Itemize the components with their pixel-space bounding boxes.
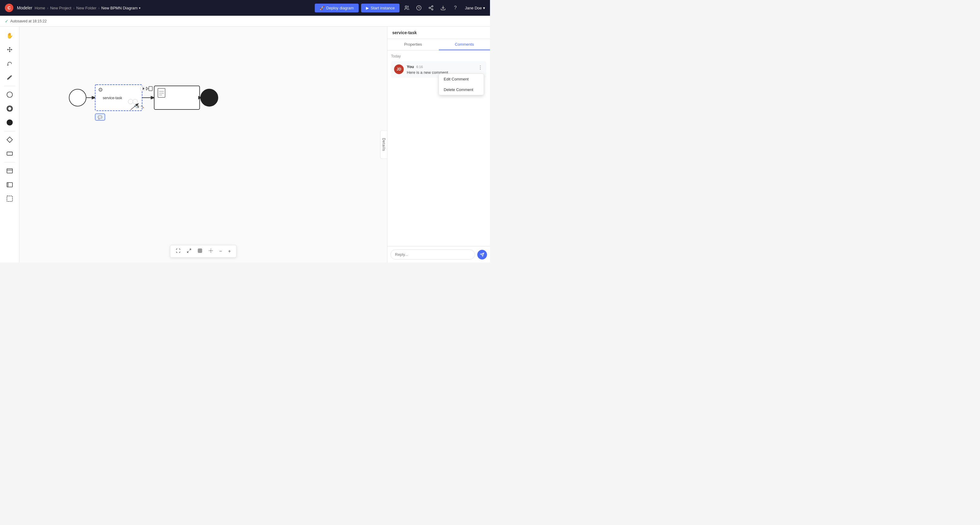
nav-actions: 🚀 Deploy diagram ▶ Start instance ? Jane… bbox=[315, 3, 485, 13]
comment-avatar: JD bbox=[394, 64, 404, 74]
comment-body: You 6:16 Here is a new comment. bbox=[407, 64, 483, 75]
svg-point-48 bbox=[210, 251, 211, 251]
svg-point-12 bbox=[7, 120, 12, 125]
canvas-area[interactable]: ⚙ service-task 🔧 🗑 🔨 bbox=[19, 27, 387, 262]
collaborators-button[interactable] bbox=[402, 3, 412, 13]
svg-marker-27 bbox=[146, 87, 148, 90]
rocket-icon: 🚀 bbox=[320, 6, 325, 10]
svg-point-2 bbox=[432, 6, 433, 7]
svg-rect-15 bbox=[7, 169, 12, 173]
breadcrumb-sep-3: › bbox=[99, 6, 100, 10]
reply-area bbox=[387, 246, 490, 262]
breadcrumb-sep-2: › bbox=[73, 6, 75, 10]
start-event-button[interactable] bbox=[3, 88, 16, 101]
svg-point-9 bbox=[7, 92, 12, 97]
panel-content: Today JD You 6:16 Here is a new comment.… bbox=[387, 51, 490, 246]
zoom-out-button[interactable]: − bbox=[217, 247, 224, 255]
pool-button[interactable] bbox=[3, 178, 16, 192]
svg-point-29 bbox=[128, 99, 133, 104]
minimap-button[interactable] bbox=[195, 247, 205, 255]
main-layout: ✋ bbox=[0, 27, 490, 262]
gateway-button[interactable] bbox=[3, 133, 16, 146]
move-tool-button[interactable] bbox=[3, 43, 16, 56]
breadcrumb-home[interactable]: Home bbox=[35, 6, 45, 10]
comment-context-menu: Edit Comment Delete Comment bbox=[439, 73, 484, 95]
reply-send-button[interactable] bbox=[477, 250, 487, 260]
fullscreen-button[interactable] bbox=[184, 247, 194, 255]
fit-diagram-button[interactable] bbox=[173, 247, 183, 255]
right-panel: service-task Properties Comments Today J… bbox=[387, 27, 490, 262]
svg-text:⚙: ⚙ bbox=[98, 87, 103, 93]
reset-view-button[interactable] bbox=[206, 247, 215, 255]
delete-comment-button[interactable]: Delete Comment bbox=[439, 84, 484, 95]
comment-menu-button[interactable]: ⋮ bbox=[477, 64, 484, 71]
zoom-in-button[interactable]: + bbox=[226, 247, 233, 255]
comment-item: JD You 6:16 Here is a new comment. ⋮ Edi… bbox=[391, 61, 486, 78]
tab-properties[interactable]: Properties bbox=[387, 39, 439, 50]
help-button[interactable]: ? bbox=[450, 3, 460, 13]
svg-line-5 bbox=[430, 8, 432, 9]
subprocess-button[interactable] bbox=[3, 164, 16, 178]
svg-line-6 bbox=[430, 7, 432, 8]
breadcrumb-sep-1: › bbox=[47, 6, 48, 10]
panel-tabs: Properties Comments bbox=[387, 39, 490, 51]
svg-rect-36 bbox=[154, 86, 200, 109]
svg-point-20 bbox=[69, 89, 86, 106]
user-menu[interactable]: Jane Doe ▾ bbox=[465, 6, 485, 10]
task-button[interactable] bbox=[3, 147, 16, 160]
history-button[interactable] bbox=[414, 3, 424, 13]
details-tab[interactable]: Details bbox=[380, 130, 387, 159]
comment-header: You 6:16 bbox=[407, 64, 483, 69]
svg-point-0 bbox=[405, 6, 407, 8]
svg-rect-19 bbox=[7, 196, 12, 201]
bottom-toolbar: − + bbox=[170, 245, 237, 258]
deploy-diagram-button[interactable]: 🚀 Deploy diagram bbox=[315, 4, 359, 13]
date-label: Today bbox=[391, 54, 486, 59]
check-icon: ✓ bbox=[5, 19, 8, 24]
panel-title: service-task bbox=[387, 27, 490, 39]
svg-line-45 bbox=[189, 249, 191, 251]
svg-rect-47 bbox=[198, 249, 202, 252]
share-button[interactable] bbox=[426, 3, 436, 13]
play-icon: ▶ bbox=[366, 6, 369, 10]
breadcrumb-current: New BPMN Diagram ▾ bbox=[102, 6, 140, 10]
breadcrumb-folder[interactable]: New Folder bbox=[76, 6, 96, 10]
autosave-bar: ✓ Autosaved at 18:15:22 bbox=[0, 16, 490, 27]
svg-text:🗑: 🗑 bbox=[137, 105, 140, 108]
breadcrumb-project[interactable]: New Project bbox=[50, 6, 72, 10]
comment-time: 6:16 bbox=[417, 65, 423, 69]
lasso-tool-button[interactable] bbox=[3, 57, 16, 70]
svg-rect-28 bbox=[149, 87, 153, 91]
app-title: Modeler bbox=[17, 5, 32, 10]
top-navigation: C Modeler Home › New Project › New Folde… bbox=[0, 0, 490, 16]
edit-comment-button[interactable]: Edit Comment bbox=[439, 74, 484, 84]
tab-comments[interactable]: Comments bbox=[439, 39, 490, 50]
svg-point-4 bbox=[432, 9, 433, 10]
user-chevron-icon: ▾ bbox=[483, 6, 485, 10]
breadcrumb: Home › New Project › New Folder › New BP… bbox=[35, 6, 140, 10]
svg-marker-13 bbox=[7, 137, 12, 143]
end-event-button[interactable] bbox=[3, 116, 16, 129]
svg-text:💬: 💬 bbox=[98, 115, 102, 119]
left-toolbar: ✋ bbox=[0, 27, 19, 262]
svg-point-11 bbox=[8, 107, 11, 111]
download-button[interactable] bbox=[438, 3, 448, 13]
hand-tool-button[interactable]: ✋ bbox=[3, 29, 16, 42]
pen-tool-button[interactable] bbox=[3, 71, 16, 84]
chevron-down-icon[interactable]: ▾ bbox=[139, 6, 140, 10]
comment-author: You bbox=[407, 64, 414, 69]
svg-text:🔨: 🔨 bbox=[140, 105, 144, 109]
svg-point-42 bbox=[201, 89, 218, 106]
svg-point-3 bbox=[429, 7, 431, 9]
svg-rect-14 bbox=[7, 152, 12, 155]
svg-point-30 bbox=[133, 99, 138, 104]
autosave-text: Autosaved at 18:15:22 bbox=[10, 19, 47, 23]
svg-text:service-task: service-task bbox=[103, 96, 122, 100]
intermediate-event-button[interactable] bbox=[3, 102, 16, 115]
reply-input[interactable] bbox=[390, 249, 475, 260]
app-logo: C bbox=[5, 4, 13, 12]
frame-button[interactable] bbox=[3, 192, 16, 205]
start-instance-button[interactable]: ▶ Start instance bbox=[361, 4, 400, 13]
bpmn-diagram: ⚙ service-task 🔧 🗑 🔨 bbox=[19, 27, 387, 262]
svg-line-46 bbox=[187, 251, 189, 252]
